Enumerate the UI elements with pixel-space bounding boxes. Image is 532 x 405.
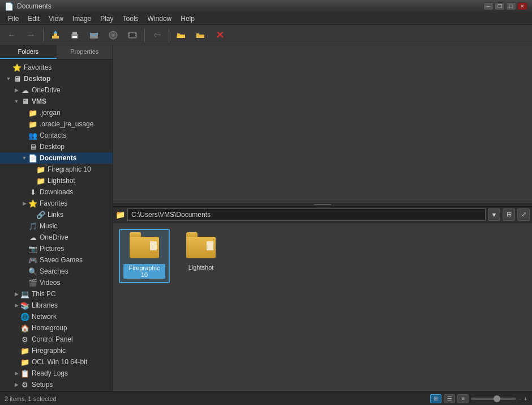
tree-item-network[interactable]: 🌐 Network	[0, 311, 113, 322]
tree-item-favorites[interactable]: ⭐ Favorites	[0, 62, 113, 73]
menu-edit[interactable]: Edit	[23, 14, 44, 24]
restore-button[interactable]: ❐	[495, 2, 505, 10]
favorites2-icon: ⭐	[28, 199, 37, 208]
expand-homegroup	[12, 324, 20, 332]
address-input[interactable]	[127, 208, 486, 221]
minimize-button[interactable]: ─	[483, 2, 494, 10]
address-view-btn1[interactable]: ⊞	[503, 208, 515, 221]
view-list-button[interactable]: ☰	[444, 394, 455, 403]
oclwin-icon: 📁	[20, 357, 29, 366]
tree-item-desktop[interactable]: ▼ 🖥 Desktop	[0, 73, 113, 84]
expand-firegraphic10	[28, 165, 36, 173]
filmstrip-button[interactable]	[124, 27, 141, 43]
forward-button[interactable]: →	[23, 27, 40, 43]
menu-window[interactable]: Window	[143, 14, 177, 24]
email-button[interactable]	[85, 27, 102, 43]
menu-play[interactable]: Play	[96, 14, 118, 24]
tree-item-downloads[interactable]: ⬇ Downloads	[0, 186, 113, 198]
tree-item-music[interactable]: 🎵 Music	[0, 220, 113, 232]
tree-label-oracle: .oracle_jre_usage	[40, 120, 93, 128]
tree-container[interactable]: ⭐ Favorites ▼ 🖥 Desktop ▶ ☁ OneDrive ▼ 🖥…	[0, 59, 113, 391]
tree-item-homegroup[interactable]: 🏠 Homegroup	[0, 322, 113, 334]
view-details-button[interactable]: ≡	[457, 394, 469, 403]
tree-item-oclwin[interactable]: 📁 OCL Win 10 64-bit	[0, 356, 113, 368]
print-button[interactable]	[66, 27, 83, 43]
tab-properties[interactable]: Properties	[57, 45, 113, 59]
expand-pictures	[20, 245, 28, 253]
title-bar-left: 📄 Documents	[5, 2, 52, 11]
searches-icon: 🔍	[28, 267, 37, 276]
tree-item-lightshot[interactable]: 📁 Lightshot	[0, 175, 113, 186]
file-item-firegraphic10[interactable]: Firegraphic 10	[119, 229, 170, 283]
status-text: 2 items, 1 selected	[5, 395, 57, 402]
tree-item-videos[interactable]: 🎬 Videos	[0, 277, 113, 288]
menu-help[interactable]: Help	[176, 14, 199, 24]
svg-rect-5	[72, 36, 77, 38]
up-button[interactable]	[47, 27, 64, 43]
delete-button[interactable]: ✕	[211, 27, 228, 43]
zoom-min-icon: −	[518, 396, 521, 402]
tree-label-libraries: Libraries	[32, 301, 58, 309]
menu-file[interactable]: File	[3, 14, 23, 24]
tree-label-vms: VMS	[32, 97, 46, 105]
tree-item-oracle[interactable]: 📁 .oracle_jre_usage	[0, 118, 113, 130]
tree-item-jorgan[interactable]: 📁 .jorgan	[0, 107, 113, 118]
tree-item-controlpanel[interactable]: ⚙ Control Panel	[0, 334, 113, 345]
tree-label-music: Music	[40, 222, 57, 230]
expand-lightshot	[28, 177, 36, 185]
file-item-lightshot[interactable]: Lightshot	[175, 229, 226, 283]
expand-onedrive2	[20, 233, 28, 241]
tree-item-contacts[interactable]: 👥 Contacts	[0, 130, 113, 141]
zoom-slider[interactable]	[471, 398, 516, 400]
expand-searches	[20, 267, 28, 275]
tree-item-documents[interactable]: ▼ 📄 Documents	[0, 152, 113, 164]
zoom-thumb[interactable]	[494, 395, 500, 402]
preview-area	[113, 45, 532, 203]
menu-tools[interactable]: Tools	[118, 14, 143, 24]
menu-image[interactable]: Image	[68, 14, 96, 24]
tree-item-desktop2[interactable]: 🖥 Desktop	[0, 141, 113, 152]
tree-label-contacts: Contacts	[40, 131, 66, 139]
files-area[interactable]: Firegraphic 10 Lightshot	[113, 223, 532, 392]
tree-item-searchresult[interactable]: 🔍 Search Result	[0, 390, 113, 391]
tree-item-searches[interactable]: 🔍 Searches	[0, 266, 113, 277]
tree-item-pictures[interactable]: 📷 Pictures	[0, 243, 113, 254]
tree-item-readylogs[interactable]: ▶ 📋 Ready Logs	[0, 368, 113, 379]
menu-view[interactable]: View	[44, 14, 68, 24]
tree-item-libraries[interactable]: ▶ 📚 Libraries	[0, 300, 113, 311]
zoom-max-icon: +	[524, 395, 527, 402]
tree-item-vms[interactable]: ▼ 🖥 VMS	[0, 96, 113, 107]
tree-label-lightshot: Lightshot	[48, 177, 75, 185]
maximize-button[interactable]: □	[506, 2, 516, 10]
address-dropdown-button[interactable]: ▼	[488, 208, 500, 221]
downloads-icon: ⬇	[28, 187, 37, 197]
tree-label-desktop2: Desktop	[40, 143, 65, 151]
expand-favorites2: ▶	[20, 199, 28, 207]
tree-item-firegraphic[interactable]: 📁 Firegraphic	[0, 345, 113, 356]
tree-item-onedrive2[interactable]: ☁ OneDrive	[0, 232, 113, 243]
tree-item-savedgames[interactable]: 🎮 Saved Games	[0, 254, 113, 266]
tree-item-onedrive[interactable]: ▶ ☁ OneDrive	[0, 84, 113, 96]
vms-icon: 🖥	[20, 97, 29, 106]
libraries-icon: 📚	[20, 301, 29, 310]
tree-item-setups[interactable]: ▶ ⚙ Setups	[0, 379, 113, 390]
close-button[interactable]: ✕	[517, 2, 527, 10]
folder-open-button[interactable]	[173, 27, 190, 43]
prev-nav-button[interactable]: ⇦	[148, 27, 165, 43]
disc-button[interactable]	[105, 27, 122, 43]
tree-label-readylogs: Ready Logs	[32, 369, 68, 377]
expand-music	[20, 222, 28, 230]
folder-button[interactable]	[192, 27, 209, 43]
tree-item-thispc[interactable]: ▶ 💻 This PC	[0, 288, 113, 300]
back-button[interactable]: ←	[3, 27, 20, 43]
tree-label-desktop: Desktop	[24, 75, 50, 83]
file-label-firegraphic10: Firegraphic 10	[123, 264, 165, 279]
view-grid-button[interactable]: ⊞	[430, 394, 441, 403]
address-view-btn2[interactable]: ⤢	[517, 208, 530, 221]
tree-item-firegraphic10[interactable]: 📁 Firegraphic 10	[0, 164, 113, 175]
onedrive-icon: ☁	[20, 86, 29, 95]
tab-folders[interactable]: Folders	[0, 45, 57, 59]
tree-item-favorites2[interactable]: ▶ ⭐ Favorites	[0, 198, 113, 209]
tree-item-links[interactable]: 🔗 Links	[0, 209, 113, 220]
left-panel: Folders Properties ⭐ Favorites ▼ 🖥 Deskt…	[0, 45, 113, 391]
